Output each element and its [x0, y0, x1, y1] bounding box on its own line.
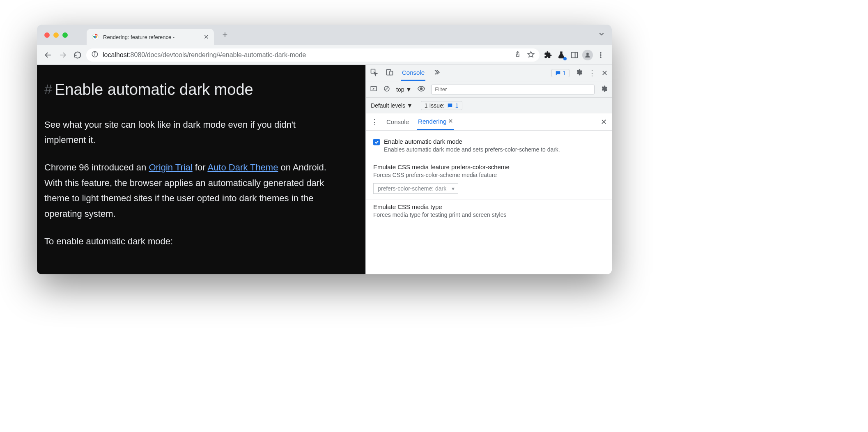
- enable-auto-dark-mode-setting: Enable automatic dark mode Enables autom…: [366, 135, 612, 160]
- console-levels-bar: Default levels ▼ 1 Issue: 1: [366, 98, 612, 113]
- prefers-color-scheme-select[interactable]: prefers-color-scheme: dark: [373, 183, 458, 194]
- extensions-button[interactable]: [542, 49, 554, 61]
- toolbar-right: [542, 49, 607, 61]
- more-tabs-icon[interactable]: [433, 69, 440, 77]
- svg-point-11: [600, 52, 602, 53]
- bookmark-star-icon[interactable]: [527, 51, 535, 60]
- content-row: # Enable automatic dark mode See what yo…: [37, 65, 612, 274]
- auto-dark-theme-link[interactable]: Auto Dark Theme: [207, 162, 278, 172]
- svg-rect-16: [390, 71, 393, 75]
- log-levels-selector[interactable]: Default levels ▼: [371, 102, 413, 109]
- show-console-sidebar-icon[interactable]: [370, 85, 377, 94]
- anchor-hash-icon: #: [44, 78, 52, 101]
- back-button[interactable]: [42, 49, 54, 61]
- emulate-media-type-setting: Emulate CSS media type Forces media type…: [366, 200, 612, 225]
- devtools-menu-button[interactable]: ⋮: [588, 69, 596, 78]
- origin-trial-link[interactable]: Origin Trial: [149, 162, 192, 172]
- chrome-menu-button[interactable]: [595, 49, 607, 61]
- instruction-paragraph: To enable automatic dark mode:: [44, 234, 332, 249]
- issues-badge[interactable]: 1: [551, 69, 569, 77]
- setting-desc: Forces CSS prefers-color-scheme media fe…: [373, 171, 604, 179]
- enable-dark-mode-checkbox[interactable]: [373, 139, 380, 154]
- profile-button[interactable]: [581, 49, 594, 61]
- side-panel-button[interactable]: [568, 49, 581, 61]
- issues-pill[interactable]: 1 Issue: 1: [421, 101, 462, 110]
- drawer-tab-console[interactable]: Console: [386, 113, 410, 130]
- setting-title: Emulate CSS media feature prefers-color-…: [373, 163, 604, 170]
- drawer-tabs: ⋮ Console Rendering ✕ ✕: [366, 113, 612, 131]
- page-content: # Enable automatic dark mode See what yo…: [37, 65, 365, 274]
- devtools-panel: Console 1 ⋮ ✕ top ▼: [365, 65, 612, 274]
- close-window-button[interactable]: [44, 32, 50, 38]
- console-filter-input[interactable]: [431, 85, 595, 94]
- maximize-window-button[interactable]: [62, 32, 68, 38]
- omnibox[interactable]: localhost:8080/docs/devtools/rendering/#…: [86, 48, 540, 62]
- forward-button[interactable]: [57, 49, 69, 61]
- address-bar: localhost:8080/docs/devtools/rendering/#…: [37, 45, 612, 65]
- tab-search-button[interactable]: [598, 32, 605, 39]
- setting-desc: Enables automatic dark mode and sets pre…: [384, 146, 560, 154]
- live-expression-icon[interactable]: [417, 85, 425, 94]
- svg-point-12: [600, 54, 602, 55]
- svg-point-13: [600, 56, 602, 57]
- tab-title: Rendering: feature reference -: [103, 34, 200, 40]
- labs-button[interactable]: [555, 49, 567, 61]
- svg-marker-7: [528, 51, 534, 57]
- setting-title: Emulate CSS media type: [373, 203, 506, 210]
- close-drawer-button[interactable]: ✕: [601, 117, 607, 126]
- intro-paragraph: See what your site can look like in dark…: [44, 117, 332, 148]
- setting-title: Enable automatic dark mode: [384, 138, 560, 145]
- svg-point-10: [586, 53, 588, 55]
- reload-button[interactable]: [71, 49, 84, 61]
- settings-gear-icon[interactable]: [575, 69, 583, 77]
- chrome-favicon-icon: [92, 33, 99, 41]
- browser-window: Rendering: feature reference - ✕ + local…: [37, 25, 612, 274]
- close-tab-icon[interactable]: ✕: [448, 117, 453, 125]
- drawer-tab-rendering[interactable]: Rendering ✕: [417, 113, 454, 130]
- devtools-main-tabs: Console 1 ⋮ ✕: [366, 65, 612, 81]
- emulate-prefers-color-scheme-setting: Emulate CSS media feature prefers-color-…: [366, 160, 612, 200]
- inspect-element-icon[interactable]: [370, 68, 378, 78]
- close-tab-button[interactable]: ✕: [204, 33, 209, 41]
- heading-text: Enable automatic dark mode: [55, 76, 253, 103]
- share-icon[interactable]: [514, 51, 521, 60]
- window-controls: [44, 32, 68, 38]
- site-info-icon[interactable]: [91, 51, 99, 60]
- svg-line-19: [385, 87, 388, 90]
- body-paragraph: Chrome 96 introduced an Origin Trial for…: [44, 160, 332, 221]
- tab-console[interactable]: Console: [401, 65, 425, 81]
- svg-point-20: [420, 87, 423, 90]
- titlebar: Rendering: feature reference - ✕ +: [37, 25, 612, 45]
- svg-point-6: [94, 52, 95, 53]
- svg-rect-8: [572, 52, 578, 57]
- page-heading: # Enable automatic dark mode: [44, 76, 354, 103]
- clear-console-icon[interactable]: [383, 85, 390, 94]
- rendering-panel: Enable automatic dark mode Enables autom…: [366, 131, 612, 274]
- console-toolbar: top ▼: [366, 81, 612, 98]
- close-devtools-button[interactable]: ✕: [602, 69, 608, 78]
- drawer-menu-button[interactable]: ⋮: [371, 117, 378, 126]
- url-text: localhost:8080/docs/devtools/rendering/#…: [103, 51, 306, 59]
- setting-desc: Forces media type for testing print and …: [373, 211, 506, 219]
- new-tab-button[interactable]: +: [219, 30, 231, 40]
- execution-context-selector[interactable]: top ▼: [396, 86, 411, 93]
- minimize-window-button[interactable]: [53, 32, 59, 38]
- console-settings-gear-icon[interactable]: [600, 85, 608, 94]
- browser-tab[interactable]: Rendering: feature reference - ✕: [87, 29, 214, 45]
- device-toolbar-icon[interactable]: [386, 68, 394, 78]
